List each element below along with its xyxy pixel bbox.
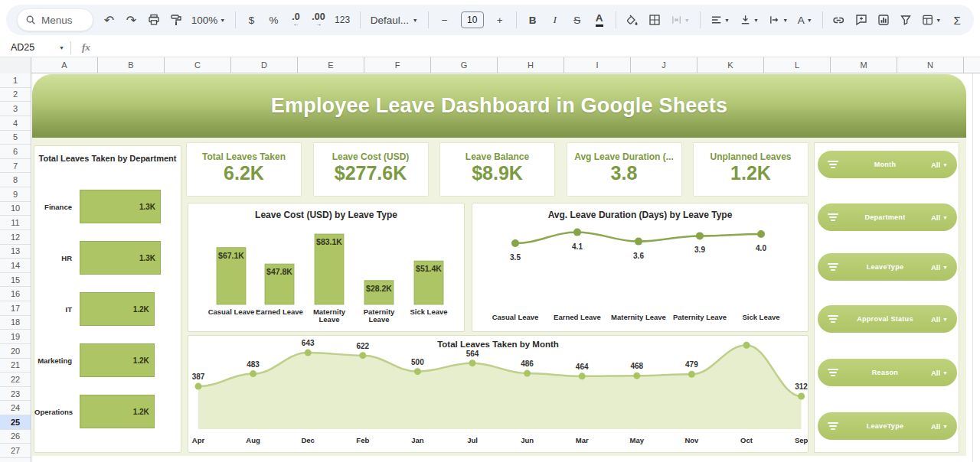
column-header[interactable]: C xyxy=(165,57,231,73)
column-header[interactable]: G xyxy=(431,57,498,73)
link-icon xyxy=(832,14,844,27)
row-header[interactable]: 23 xyxy=(0,387,31,402)
toolbar: Menus ↶ ↷ 100% ▼ $ % .0← .00→ 123 Defaul… xyxy=(6,5,974,35)
percent-button[interactable]: % xyxy=(268,9,280,31)
align-button[interactable]: ▼ xyxy=(710,9,730,31)
slicer-leavetype[interactable]: LeaveTypeAll▼ xyxy=(818,253,957,281)
kpi-card[interactable]: Unplanned Leaves1.2K xyxy=(693,142,808,197)
column-header[interactable]: N xyxy=(897,57,964,73)
functions-button[interactable]: Σ xyxy=(951,9,963,31)
row-header[interactable]: 6 xyxy=(0,145,31,159)
row-header[interactable]: 17 xyxy=(0,301,31,316)
font-size-input[interactable] xyxy=(461,11,484,28)
more-formats-button[interactable]: 123 xyxy=(335,9,349,31)
row-header[interactable]: 7 xyxy=(0,159,31,174)
increase-decimals-button[interactable]: .00→ xyxy=(312,9,325,31)
column-header[interactable]: I xyxy=(564,57,631,73)
column-header[interactable]: K xyxy=(697,57,764,73)
strikethrough-button[interactable]: S xyxy=(571,9,583,31)
row-header[interactable]: 1 xyxy=(0,73,31,88)
filter-button[interactable] xyxy=(900,9,912,31)
row-header[interactable]: 18 xyxy=(0,316,31,330)
slicer-month[interactable]: MonthAll▼ xyxy=(818,151,957,178)
select-all-corner[interactable] xyxy=(0,57,31,73)
leave-cost-chart-panel[interactable]: Leave Cost (USD) by Leave Type $67.1KCas… xyxy=(188,203,465,332)
row-header[interactable]: 21 xyxy=(0,359,31,373)
row-header[interactable]: 13 xyxy=(0,245,31,259)
decrease-font-button[interactable]: − xyxy=(439,9,451,31)
row-header[interactable]: 2 xyxy=(0,88,31,102)
row-header[interactable]: 19 xyxy=(0,330,31,344)
row-header[interactable]: 5 xyxy=(0,131,31,145)
vertical-align-button[interactable]: ▼ xyxy=(740,9,759,31)
print-button[interactable] xyxy=(148,9,160,31)
currency-button[interactable]: $ xyxy=(246,9,258,31)
slicer-value[interactable]: All▼ xyxy=(931,161,948,169)
row-header[interactable]: 20 xyxy=(0,344,31,359)
fill-color-button[interactable] xyxy=(626,9,639,31)
column-header[interactable]: H xyxy=(498,57,564,73)
slicer-reason[interactable]: ReasonAll▼ xyxy=(818,359,957,386)
column-header[interactable]: J xyxy=(631,57,697,73)
row-header[interactable]: 9 xyxy=(0,187,31,202)
row-header[interactable]: 12 xyxy=(0,230,31,245)
table-button[interactable]: ▼ xyxy=(922,9,941,31)
slicer-department[interactable]: DepartmentAll▼ xyxy=(818,203,957,231)
row-header[interactable]: 24 xyxy=(0,401,31,415)
decrease-decimals-button[interactable]: .0← xyxy=(290,9,302,31)
kpi-card[interactable]: Leave Balance$8.9K xyxy=(439,142,555,197)
row-header[interactable]: 10 xyxy=(0,202,31,216)
slicer-leavetype[interactable]: LeaveTypeAll▼ xyxy=(818,412,957,440)
column-header[interactable]: B xyxy=(98,57,165,73)
comment-button[interactable] xyxy=(855,9,867,31)
row-header[interactable]: 26 xyxy=(0,430,31,444)
slicer-value[interactable]: All▼ xyxy=(931,369,948,377)
redo-button[interactable]: ↷ xyxy=(126,9,138,31)
rotation-button[interactable]: A ▼ xyxy=(798,9,812,31)
menus-search[interactable]: Menus xyxy=(17,8,93,31)
font-select[interactable]: Defaul... ▼ xyxy=(371,9,418,31)
formula-input[interactable] xyxy=(90,38,980,57)
column-header[interactable]: L xyxy=(764,57,831,73)
slicer-value[interactable]: All▼ xyxy=(931,315,948,324)
slicer-value[interactable]: All▼ xyxy=(931,263,948,272)
row-header[interactable]: 16 xyxy=(0,287,31,301)
text-color-button[interactable]: A xyxy=(593,9,606,31)
wrap-button[interactable]: ▼ xyxy=(769,9,788,31)
row-header[interactable]: 25 xyxy=(0,415,31,430)
bold-button[interactable]: B xyxy=(527,9,539,31)
column-header[interactable]: F xyxy=(364,57,431,73)
row-header[interactable]: 11 xyxy=(0,216,31,230)
row-header[interactable]: 14 xyxy=(0,259,31,273)
department-chart-panel[interactable]: Total Leaves Taken by Department Finance… xyxy=(34,145,181,453)
slicer-approval-status[interactable]: Approval StatusAll▼ xyxy=(818,305,957,333)
italic-button[interactable]: I xyxy=(549,9,561,31)
column-header[interactable]: E xyxy=(298,57,364,73)
kpi-card[interactable]: Avg Leave Duration (...3.8 xyxy=(567,142,682,197)
link-button[interactable] xyxy=(832,9,844,31)
increase-font-button[interactable]: + xyxy=(494,9,506,31)
zoom-select[interactable]: 100% ▼ xyxy=(192,9,225,31)
row-header[interactable]: 27 xyxy=(0,444,31,458)
paint-format-button[interactable] xyxy=(170,9,182,31)
row-header[interactable]: 3 xyxy=(0,102,31,116)
undo-button[interactable]: ↶ xyxy=(103,9,116,31)
name-box[interactable]: AD25 ▼ xyxy=(0,42,70,53)
kpi-card[interactable]: Total Leaves Taken6.2K xyxy=(186,142,302,197)
row-header[interactable]: 15 xyxy=(0,273,31,288)
merge-button[interactable]: ▼ xyxy=(671,9,690,31)
borders-button[interactable] xyxy=(648,9,661,31)
column-header[interactable]: A xyxy=(31,57,98,73)
slicer-value[interactable]: All▼ xyxy=(931,422,948,431)
chart-button[interactable] xyxy=(877,9,890,31)
leave-duration-chart-panel[interactable]: Avg. Leave Duration (Days) by Leave Type… xyxy=(472,203,808,332)
row-header[interactable]: 4 xyxy=(0,116,31,131)
column-header[interactable]: M xyxy=(831,57,897,73)
row-header[interactable]: 8 xyxy=(0,173,31,187)
row-header[interactable]: 22 xyxy=(0,373,31,387)
table-views-icon xyxy=(922,14,933,26)
column-header[interactable]: D xyxy=(231,57,298,73)
slicer-value[interactable]: All▼ xyxy=(931,213,948,222)
monthly-chart-panel[interactable]: Total Leaves Taken by Month 387Apr483Aug… xyxy=(188,335,808,453)
kpi-card[interactable]: Leave Cost (USD)$277.6K xyxy=(313,142,429,197)
